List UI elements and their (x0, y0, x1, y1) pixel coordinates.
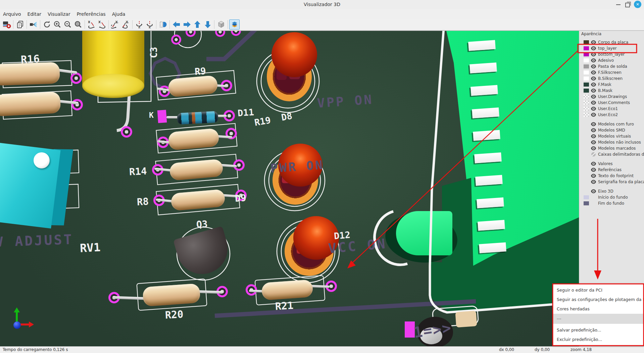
color-swatch[interactable] (584, 83, 589, 87)
visibility-eye-icon[interactable] (591, 52, 596, 57)
visibility-eye-icon[interactable] (591, 58, 596, 63)
color-swatch[interactable] (584, 195, 589, 199)
render-view-icon[interactable] (28, 19, 39, 30)
visibility-eye-icon[interactable] (591, 161, 596, 166)
sidebar-row-modelos-n-o-inclusos[interactable]: Modelos não inclusos (579, 139, 644, 145)
sidebar-row-modelos-marcados[interactable]: Modelos marcados (579, 145, 644, 151)
sidebar-row-user-drawings[interactable]: User.Drawings (579, 94, 644, 100)
visibility-eye-icon[interactable] (591, 46, 596, 51)
sidebar-row-refer-ncias[interactable]: Referências (579, 167, 644, 173)
visibility-eye-icon[interactable] (591, 128, 596, 133)
sidebar-row-user-eco2[interactable]: User.Eco2 (579, 112, 644, 118)
pan-left-icon[interactable] (171, 19, 182, 30)
context-menu-item[interactable]: Excluir predefinição... (552, 335, 644, 344)
menu-ajuda[interactable]: Ajuda (112, 10, 132, 18)
menu-arquivo[interactable]: Arquivo (3, 10, 28, 18)
pan-down-icon[interactable] (202, 19, 213, 30)
flip-board-icon[interactable] (158, 19, 168, 30)
rotate-y-cw-icon[interactable]: Y (110, 19, 120, 30)
sidebar-row-user-comments[interactable]: User.Comments (579, 100, 644, 106)
sidebar-row-corpo-da-placa[interactable]: Corpo da placa (579, 39, 644, 45)
sidebar-row-f-mask[interactable]: F.Mask (579, 82, 644, 88)
sidebar-row-caixas-delimitadoras-do[interactable]: Caixas delimitadoras do (579, 151, 644, 157)
context-menu-item[interactable]: Seguir as configurações de plotagem da P… (552, 295, 644, 304)
sidebar-row-fim-do-fundo[interactable]: Fim do fundo (579, 200, 644, 206)
visibility-eye-icon[interactable] (591, 64, 596, 69)
rotate-x-cw-icon[interactable]: X (86, 19, 97, 30)
maximize-button[interactable] (625, 3, 630, 7)
sidebar-row-pasta-de-solda[interactable]: Pasta de solda (579, 63, 644, 69)
show-layers-icon[interactable] (229, 19, 240, 30)
zoom-fit-icon[interactable] (73, 19, 83, 30)
pan-right-icon[interactable] (182, 19, 192, 30)
visibility-eye-icon[interactable] (591, 173, 596, 178)
copy-image-icon[interactable] (15, 19, 25, 30)
color-swatch[interactable] (584, 40, 589, 44)
rotate-z-ccw-icon[interactable]: Z (144, 19, 155, 30)
visibility-eye-icon[interactable] (591, 94, 596, 99)
sidebar-row-user-eco1[interactable]: User.Eco1 (579, 106, 644, 112)
sidebar-row-b-silkscreen[interactable]: B.Silkscreen (579, 75, 644, 82)
visibility-eye-icon[interactable] (591, 167, 596, 172)
color-swatch[interactable] (584, 64, 589, 68)
menu-preferências[interactable]: Preferências (77, 10, 112, 18)
sidebar-row-modelos-virtuais[interactable]: Modelos virtuais (579, 133, 644, 139)
title-bar[interactable]: Visualizador 3D ✕ (0, 0, 644, 9)
color-swatch[interactable] (584, 70, 589, 74)
sidebar-row-modelos-smd[interactable]: Modelos SMD (579, 127, 644, 133)
color-swatch[interactable] (584, 77, 589, 81)
reload-board-icon[interactable] (1, 19, 12, 30)
minimize-button[interactable] (616, 4, 621, 5)
color-swatch[interactable] (584, 58, 589, 62)
context-menu-item[interactable]: Seguir o editor da PCI (552, 286, 644, 295)
3d-viewport[interactable]: R16 C3 R9 K D11 R19 D8 R14 D9 R8 Q3 RV1 … (0, 31, 579, 346)
sidebar-row-serigrafia-fora-da-placa[interactable]: Serigrafia fora da placa (579, 179, 644, 185)
color-swatch[interactable] (584, 101, 589, 105)
pan-up-icon[interactable] (192, 19, 202, 30)
visibility-eye-icon[interactable] (591, 140, 596, 145)
context-menu-item[interactable]: Cores herdadas (552, 304, 644, 314)
visibility-eye-icon[interactable] (591, 146, 596, 151)
color-swatch[interactable] (584, 95, 589, 99)
context-menu-item[interactable]: Salvar predefinição... (552, 325, 644, 335)
visibility-eye-icon[interactable] (591, 134, 596, 139)
color-swatch[interactable] (584, 89, 589, 93)
sidebar-row-eixo-3d[interactable]: Eixo 3D (579, 188, 644, 194)
sidebar-row-in-cio-do-fundo[interactable]: Início do fundo (579, 194, 644, 200)
visibility-eye-icon[interactable] (591, 76, 596, 81)
visibility-eye-icon[interactable] (591, 70, 596, 75)
color-swatch[interactable] (584, 113, 589, 117)
orthographic-view-icon[interactable] (216, 19, 226, 30)
visibility-eye-icon[interactable] (591, 122, 596, 127)
sidebar-row-b-mask[interactable]: B.Mask (579, 88, 644, 94)
color-swatch[interactable] (584, 107, 589, 111)
color-swatch[interactable] (584, 46, 589, 50)
visibility-eye-icon[interactable] (591, 100, 596, 105)
rotate-y-ccw-icon[interactable]: Y (120, 19, 131, 30)
redraw-icon[interactable] (42, 19, 52, 30)
color-swatch[interactable] (584, 52, 589, 56)
context-menu-item-separator-preset[interactable]: --- (552, 314, 644, 324)
zoom-in-icon[interactable] (52, 19, 62, 30)
close-button[interactable]: ✕ (634, 1, 641, 8)
sidebar-row-bottom-layer[interactable]: bottom_layer (579, 51, 644, 57)
visibility-eye-icon[interactable] (591, 112, 596, 117)
sidebar-row-modelos-com-furo[interactable]: Modelos com furo (579, 121, 644, 127)
menu-visualizar[interactable]: Visualizar (48, 10, 77, 18)
visibility-eye-icon[interactable] (591, 88, 596, 93)
rotate-x-ccw-icon[interactable]: X (97, 19, 107, 30)
visibility-eye-icon[interactable] (591, 180, 596, 184)
visibility-eye-icon[interactable] (591, 82, 596, 87)
sidebar-row-texto-do-footprint[interactable]: Texto do footprint (579, 173, 644, 179)
menu-editar[interactable]: Editar (28, 10, 48, 18)
visibility-eye-icon[interactable] (591, 40, 596, 45)
visibility-eye-off-icon[interactable] (591, 152, 596, 157)
visibility-eye-icon[interactable] (591, 106, 596, 111)
zoom-out-icon[interactable] (62, 19, 73, 30)
color-swatch[interactable] (584, 201, 589, 205)
visibility-eye-icon[interactable] (591, 189, 596, 194)
sidebar-row-top-layer[interactable]: top_layer (579, 45, 644, 51)
sidebar-row-f-silkscreen[interactable]: F.Silkscreen (579, 69, 644, 75)
sidebar-row-valores[interactable]: Valores (579, 161, 644, 167)
sidebar-row-adesivo[interactable]: Adesivo (579, 57, 644, 63)
